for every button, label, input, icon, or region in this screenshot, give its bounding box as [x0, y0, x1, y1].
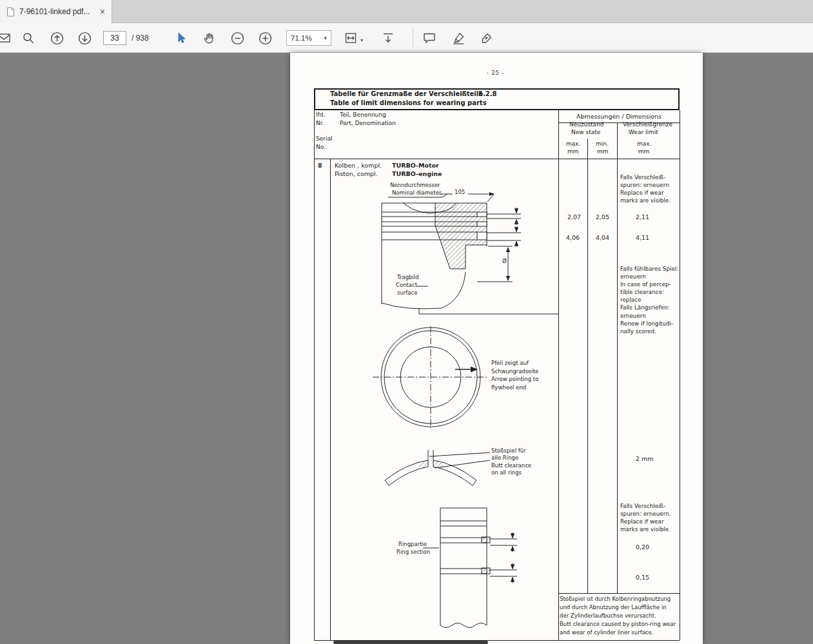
- page-number: - 25 -: [487, 70, 504, 77]
- label-contact: Contact: [396, 282, 417, 289]
- scrolling-mode-icon[interactable]: [379, 29, 397, 47]
- value-row1-max: 2,07: [567, 213, 581, 220]
- label-nominal-en: Nominal diameter: [392, 190, 441, 197]
- label-ringpartie: Ringpartie: [398, 541, 427, 548]
- row-engine-en: TURBO-engine: [392, 170, 442, 177]
- header-mm1: mm: [567, 148, 579, 155]
- horizontal-scrollbar-thumb[interactable]: [333, 641, 488, 644]
- table-section-number: 5.2.8: [478, 90, 496, 97]
- value-row1-wear: 2,11: [636, 213, 649, 220]
- header-part: Part, Denomination: [340, 120, 396, 127]
- fit-width-icon[interactable]: [342, 29, 360, 47]
- table-title-en: Table of limit dimensions for wearing pa…: [330, 99, 487, 106]
- hand-tool-icon[interactable]: [200, 29, 218, 47]
- table-line: [617, 122, 618, 593]
- row-engine-de: TURBO-Motor: [392, 162, 439, 169]
- header-neuzustand: Neuzustand: [569, 121, 604, 128]
- document-tab[interactable]: 7-96101-linked pdf... ×: [0, 0, 112, 23]
- header-nr: Nr.: [316, 120, 324, 127]
- zoom-level-select[interactable]: 71.1% ▾: [286, 30, 331, 46]
- table-line: [314, 110, 315, 640]
- table-line: [558, 593, 680, 594]
- label-tragbild: Tragbild: [397, 274, 419, 281]
- label-dim-105: 105: [455, 189, 465, 196]
- row-part-en: Piston, compl.: [335, 170, 378, 177]
- header-max2: max.: [637, 141, 651, 148]
- page-total-label: / 938: [132, 34, 149, 43]
- tab-title: 7-96101-linked pdf...: [19, 7, 96, 16]
- fill-sign-icon[interactable]: [478, 29, 496, 47]
- zoom-out-button[interactable]: [228, 29, 246, 47]
- header-dimensions: Abmessungen / Dimensions: [558, 113, 680, 120]
- table-line: [314, 159, 680, 159]
- toolbar-divider: [413, 28, 413, 48]
- pdf-page: - 25 - Tabelle für Grenzmaße der Verschl…: [290, 53, 703, 644]
- label-diameter-symbol: Ø: [502, 258, 507, 265]
- header-lfd: lfd.: [316, 112, 325, 119]
- zoom-in-button[interactable]: [256, 29, 274, 47]
- comment-icon[interactable]: [420, 29, 438, 47]
- label-ring-section: Ring section: [397, 549, 430, 556]
- header-serial: Serial: [316, 135, 332, 142]
- header-min1: min.: [596, 141, 609, 148]
- value-ring2-wear: 0,15: [636, 574, 649, 581]
- email-icon[interactable]: [0, 29, 13, 47]
- label-arrow-flywheel: Pfeil zeigt aufSchwungradseiteArrow poin…: [491, 359, 538, 391]
- tab-bar: 7-96101-linked pdf... ×: [0, 0, 813, 23]
- header-wear-limit: Wear limit: [629, 129, 658, 136]
- row-part-de: Kolben , kompl.: [335, 162, 382, 169]
- note-wear-bottom: Falls Verschleiß-spuren: erneuern.Replac…: [620, 502, 671, 533]
- select-tool-icon[interactable]: [172, 29, 190, 47]
- table-line: [558, 110, 559, 640]
- header-new-state: New state: [571, 129, 600, 136]
- header-max1: max.: [566, 141, 580, 148]
- label-nominal-de: Nenndurchmesser: [390, 182, 440, 189]
- header-no: No.: [316, 144, 326, 151]
- value-row2-wear: 4,11: [636, 234, 649, 241]
- value-ring1-wear: 0,20: [636, 543, 649, 551]
- row-serial: 8: [318, 162, 322, 169]
- zoom-marquee-icon[interactable]: [19, 29, 37, 47]
- note-clearance: Falls fühlbares Spiel:erneuernIn case of…: [620, 265, 678, 335]
- value-row2-max: 4,06: [566, 234, 580, 241]
- piston-top-view-drawing: [373, 326, 489, 428]
- highlight-icon[interactable]: [449, 29, 467, 47]
- note-footer: Stoßspiel ist durch Kolbenringabnutzungu…: [560, 595, 678, 637]
- label-surface: surface: [397, 289, 417, 297]
- value-row1-min: 2,05: [596, 213, 609, 220]
- header-verschleissgrenze: Verschleißgrenze: [623, 121, 672, 128]
- table-line: [330, 159, 331, 640]
- ring-gap-drawing: [385, 450, 490, 485]
- value-butt-clearance: 2 mm: [636, 455, 654, 462]
- fit-width-chevron-icon[interactable]: ▾: [360, 37, 363, 43]
- ring-section-drawing: [423, 508, 517, 628]
- page-number-input[interactable]: [103, 31, 126, 45]
- pdf-file-icon: [6, 7, 15, 17]
- chevron-down-icon: ▾: [324, 35, 327, 41]
- note-wear-top: Falls Verschleiß-spuren: erneuernReplace…: [620, 173, 671, 204]
- header-mm2: mm: [597, 148, 609, 155]
- label-butt-clearance: Stoßspiel füralle RingeButt clearanceon …: [491, 447, 531, 476]
- toolbar: / 938 71.1% ▾ ▾: [0, 23, 813, 53]
- zoom-level-value: 71.1%: [291, 34, 312, 42]
- header-mm3: mm: [638, 148, 650, 155]
- table-line: [587, 139, 588, 593]
- header-teil: Teil, Benennung: [340, 112, 386, 119]
- tab-close-icon[interactable]: ×: [100, 7, 105, 16]
- value-row2-min: 4,04: [596, 234, 609, 241]
- table-title-de: Tabelle für Grenzmaße der Verschleißteil…: [330, 90, 483, 97]
- previous-page-button[interactable]: [48, 29, 66, 47]
- table-line: [680, 110, 680, 640]
- next-page-button[interactable]: [75, 29, 93, 47]
